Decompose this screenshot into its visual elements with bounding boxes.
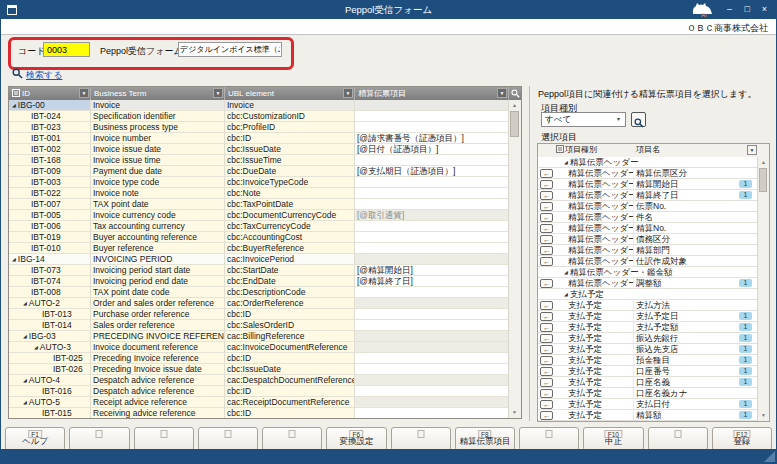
expand-icon[interactable]: ◢ bbox=[564, 159, 568, 165]
grid-cell-settlement-item[interactable] bbox=[355, 232, 509, 242]
filter-arrow-icon[interactable]: ▼ bbox=[497, 88, 507, 98]
scroll-up-icon[interactable]: ▲ bbox=[509, 100, 520, 111]
scrollbar-thumb[interactable] bbox=[510, 111, 519, 137]
grid-row[interactable]: ◢AUTO-3Invoice document referencecac:Inv… bbox=[9, 342, 509, 353]
grid-cell-settlement-item[interactable] bbox=[355, 221, 509, 231]
selection-row[interactable]: ←精算伝票ヘッダー仕訳作成対象 bbox=[538, 256, 758, 267]
grid-cell-settlement-item[interactable] bbox=[355, 353, 509, 363]
grid-cell-settlement-item[interactable] bbox=[355, 331, 509, 341]
filter-arrow-icon[interactable]: ▼ bbox=[213, 88, 223, 98]
expand-icon[interactable]: ◢ bbox=[12, 102, 16, 108]
selection-row[interactable]: ◢精算伝票ヘッダー bbox=[538, 157, 758, 168]
form-name-input[interactable] bbox=[178, 42, 282, 57]
grid-row[interactable]: ◢IBG-03PRECEDING INVOICE REFERENCEcac:Bi… bbox=[9, 331, 509, 342]
assign-item-button[interactable]: ← bbox=[540, 334, 553, 343]
item-type-search-button[interactable] bbox=[631, 112, 646, 127]
grid-row[interactable]: IBT-022Invoice notecbc:Note bbox=[9, 188, 509, 199]
assign-item-button[interactable]: ← bbox=[540, 279, 553, 288]
selection-row[interactable]: ←精算伝票ヘッダー精算開始日1 bbox=[538, 179, 758, 190]
selection-row[interactable]: ←支払予定口座名義1 bbox=[538, 377, 758, 388]
expand-icon[interactable]: ◢ bbox=[564, 269, 568, 275]
panel-splitter[interactable] bbox=[529, 86, 530, 421]
expand-icon[interactable]: ◢ bbox=[23, 377, 27, 383]
selection-row[interactable]: ←支払予定支払予定額1 bbox=[538, 322, 758, 333]
grid-row[interactable]: IBT-006Tax accounting currencycbc:TaxCur… bbox=[9, 221, 509, 232]
assign-item-button[interactable]: ← bbox=[540, 235, 553, 244]
scrollbar-thumb[interactable] bbox=[759, 168, 767, 192]
grid-row[interactable]: IBT-008TAX point date codecbc:Descriptio… bbox=[9, 287, 509, 298]
grid-row[interactable]: IBT-023Business process typecbc:ProfileI… bbox=[9, 122, 509, 133]
grid-cell-settlement-item[interactable] bbox=[355, 111, 509, 121]
selection-row[interactable]: ←精算伝票ヘッダー精算伝票区分 bbox=[538, 168, 758, 179]
chevron-down-icon[interactable]: ▾ bbox=[613, 114, 624, 125]
assign-item-button[interactable]: ← bbox=[540, 301, 553, 310]
grid-row[interactable]: IBT-002Invoice issue datecbc:IssueDate[@… bbox=[9, 144, 509, 155]
grid-row[interactable]: ◢AUTO-4Despatch advice referencecac:Desp… bbox=[9, 375, 509, 386]
selection-row[interactable]: ←支払予定支払日付1 bbox=[538, 399, 758, 410]
assign-item-button[interactable]: ← bbox=[540, 180, 553, 189]
grid-row[interactable]: IBT-009Payment due datecbc:DueDate[@支払期日… bbox=[9, 166, 509, 177]
selection-row[interactable]: ←支払予定口座名義カナ bbox=[538, 388, 758, 399]
grid-row[interactable]: IBT-168Invoice issue timecbc:IssueTime bbox=[9, 155, 509, 166]
grid-cell-settlement-item[interactable] bbox=[355, 364, 509, 374]
selection-row[interactable]: ←精算伝票ヘッダー調整額1 bbox=[538, 278, 758, 289]
filter-arrow-icon[interactable]: ▼ bbox=[79, 88, 89, 98]
selection-row[interactable]: ←支払予定振込先支店1 bbox=[538, 344, 758, 355]
grid-cell-settlement-item[interactable] bbox=[355, 342, 509, 352]
assign-item-button[interactable]: ← bbox=[540, 213, 553, 222]
selection-row[interactable]: ←精算伝票ヘッダー精算No. bbox=[538, 223, 758, 234]
grid-row[interactable]: ◢AUTO-2Order and sales order referenceca… bbox=[9, 298, 509, 309]
fn-button-f6[interactable]: F6変換設定 bbox=[326, 427, 386, 451]
grid-row[interactable]: ◢IBG-14INVOICING PERIODcac:InvoicePeriod bbox=[9, 254, 509, 265]
grid-cell-settlement-item[interactable] bbox=[355, 243, 509, 253]
grid-cell-settlement-item[interactable] bbox=[355, 177, 509, 187]
grid-cell-settlement-item[interactable] bbox=[355, 188, 509, 198]
selection-row[interactable]: ←精算伝票ヘッダー精算部門 bbox=[538, 245, 758, 256]
minimize-button[interactable]: – bbox=[727, 4, 732, 15]
grid-cell-settlement-item[interactable]: [@精算終了日] bbox=[355, 276, 509, 286]
fn-button-f8[interactable]: F8精算伝票項目 bbox=[455, 427, 515, 451]
item-type-combobox[interactable]: すべて ▾ bbox=[541, 112, 626, 127]
close-button[interactable]: × bbox=[762, 4, 767, 15]
grid-cell-settlement-item[interactable]: [@取引通貨] bbox=[355, 210, 509, 220]
maximize-button[interactable]: □ bbox=[745, 4, 750, 15]
search-link[interactable]: 検索する bbox=[26, 69, 62, 82]
grid-row[interactable]: IBT-025Preceding Invoice referencecbc:ID bbox=[9, 353, 509, 364]
assign-item-button[interactable]: ← bbox=[540, 323, 553, 332]
expand-icon[interactable]: ◢ bbox=[23, 399, 27, 405]
selection-row[interactable]: ◢精算伝票ヘッダー・鑑金額 bbox=[538, 267, 758, 278]
assign-item-button[interactable]: ← bbox=[540, 224, 553, 233]
selection-row[interactable]: ←支払予定振込先銀行1 bbox=[538, 333, 758, 344]
assign-item-button[interactable]: ← bbox=[540, 389, 553, 398]
grid-cell-settlement-item[interactable] bbox=[355, 298, 509, 308]
assign-item-button[interactable]: ← bbox=[540, 257, 553, 266]
resize-grip[interactable] bbox=[764, 451, 775, 462]
scroll-down-icon[interactable]: ▼ bbox=[509, 407, 520, 418]
grid-cell-settlement-item[interactable] bbox=[355, 155, 509, 165]
grid-row[interactable]: IBT-074Invoicing period end datecbc:EndD… bbox=[9, 276, 509, 287]
assign-item-button[interactable]: ← bbox=[540, 345, 553, 354]
grid-cell-settlement-item[interactable] bbox=[355, 375, 509, 385]
grid-cell-settlement-item[interactable] bbox=[355, 320, 509, 330]
assign-item-button[interactable]: ← bbox=[540, 246, 553, 255]
grid-row[interactable]: IBT-019Buyer accounting referencecbc:Acc… bbox=[9, 232, 509, 243]
grid-cell-settlement-item[interactable] bbox=[355, 287, 509, 297]
assign-item-button[interactable]: ← bbox=[540, 202, 553, 211]
expand-icon[interactable]: ◢ bbox=[23, 333, 27, 339]
filter-arrow-icon[interactable]: ▼ bbox=[747, 145, 757, 155]
grid-row[interactable]: IBT-073Invoicing period start datecbc:St… bbox=[9, 265, 509, 276]
grid-row[interactable]: IBT-024Specification identifiercbc:Custo… bbox=[9, 111, 509, 122]
selection-row[interactable]: ←精算伝票ヘッダー伝票No. bbox=[538, 201, 758, 212]
fn-button-f12[interactable]: F12登録 bbox=[712, 427, 772, 451]
assign-item-button[interactable]: ← bbox=[540, 312, 553, 321]
grid-row[interactable]: IBT-026Preceding Invoice issue datecbc:I… bbox=[9, 364, 509, 375]
selection-row[interactable]: ←支払予定口座番号1 bbox=[538, 366, 758, 377]
selection-row[interactable]: ←支払予定支払予定日1 bbox=[538, 311, 758, 322]
grid-cell-settlement-item[interactable]: [@日付（証憑項目）] bbox=[355, 144, 509, 154]
selection-row[interactable]: ←支払予定預金種目1 bbox=[538, 355, 758, 366]
scroll-up-icon[interactable]: ▲ bbox=[758, 157, 769, 168]
expand-icon[interactable]: ◢ bbox=[34, 344, 38, 350]
filter-arrow-icon[interactable]: ▼ bbox=[343, 88, 353, 98]
grid-cell-settlement-item[interactable] bbox=[355, 408, 509, 418]
selection-row[interactable]: ←支払予定精算額1 bbox=[538, 410, 758, 421]
